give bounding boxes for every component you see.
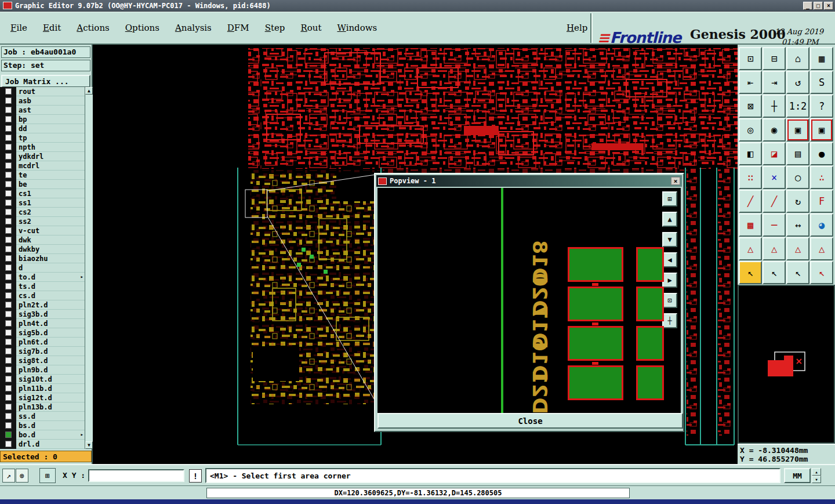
layer-row[interactable]: ss.d xyxy=(0,412,85,421)
layer-checkbox[interactable] xyxy=(5,348,12,354)
menu-actions[interactable]: Actions xyxy=(77,23,109,33)
layer-label[interactable]: sig5b.d xyxy=(16,329,48,337)
circle-feature-button[interactable]: ○ xyxy=(786,166,809,189)
scroll-up-icon[interactable]: ▲ xyxy=(85,87,93,95)
layer-label[interactable]: pln6t.d xyxy=(16,338,48,346)
layer-label[interactable]: ast xyxy=(16,106,31,114)
hatch-fill-button[interactable]: ▩ xyxy=(739,213,762,237)
layer-checkbox[interactable] xyxy=(5,422,12,429)
layer-label[interactable]: cs1 xyxy=(16,190,31,198)
layer-row[interactable]: bs.d xyxy=(0,421,85,430)
layer-label[interactable]: te xyxy=(16,171,27,179)
diagonal-plane-button[interactable]: ◪ xyxy=(763,142,786,165)
help-tool-button[interactable]: ? xyxy=(810,95,833,118)
layer-row[interactable]: pln11b.d xyxy=(0,384,85,393)
layer-label[interactable]: cs.d xyxy=(16,292,35,300)
layer-checkbox[interactable] xyxy=(5,404,12,410)
menu-edit[interactable]: Edit xyxy=(43,23,61,33)
close-button[interactable]: × xyxy=(824,2,833,10)
layer-row[interactable]: d xyxy=(0,263,85,273)
layer-row[interactable]: to.d▸ xyxy=(0,273,85,282)
layer-row[interactable]: sig8t.d xyxy=(0,356,85,365)
units-spinner[interactable]: ▲ ▼ xyxy=(812,468,821,483)
pan-right-button[interactable]: ▶ xyxy=(662,273,677,288)
layer-label[interactable]: drl.d xyxy=(16,440,39,448)
layer-label[interactable]: d xyxy=(16,264,23,272)
zoom-ratio-button[interactable]: 1:2 xyxy=(786,95,809,118)
menu-windows[interactable]: Windows xyxy=(337,23,377,33)
target-button[interactable]: ◉ xyxy=(763,118,786,142)
layer-checkbox[interactable] xyxy=(5,357,12,364)
layer-row[interactable]: drl.d xyxy=(0,440,85,449)
layer-row[interactable]: bo.d▸ xyxy=(0,430,85,440)
layer-row[interactable]: ts.d xyxy=(0,282,85,291)
popview-window[interactable]: Popview - 1 × ⊞▲▼◀▶⊡┼ D18D20D17D16D21 Cl… xyxy=(374,173,684,432)
layer-label[interactable]: ts.d xyxy=(16,282,35,291)
layer-row[interactable]: sig10t.d xyxy=(0,375,85,384)
probe-button[interactable]: ◎ xyxy=(739,118,762,142)
layer-label[interactable]: npth xyxy=(16,143,35,151)
layer-checkbox[interactable] xyxy=(5,88,12,95)
popview-canvas[interactable]: ⊞▲▼◀▶⊡┼ D18D20D17D16D21 xyxy=(377,188,681,413)
layer-row[interactable]: te xyxy=(0,171,85,180)
s-curve-button[interactable]: S xyxy=(810,71,833,94)
layer-checkbox[interactable] xyxy=(5,172,12,178)
layer-checkbox[interactable] xyxy=(5,97,12,104)
horizontal-line-button[interactable]: ─ xyxy=(763,213,786,237)
layer-row[interactable]: pln6t.d xyxy=(0,338,85,347)
layer-scrollbar[interactable]: ▲ ▼ xyxy=(85,87,93,449)
layer-checkbox[interactable] xyxy=(5,311,12,317)
pan-right-edge-button[interactable]: ⇥ xyxy=(763,71,786,94)
layer-row[interactable]: ss1 xyxy=(0,198,85,208)
layer-label[interactable]: bp xyxy=(16,115,27,124)
delete-tool-button[interactable]: × xyxy=(763,166,786,189)
pan-down-button[interactable]: ▼ xyxy=(662,232,677,247)
layer-checkbox[interactable] xyxy=(5,302,12,308)
layer-row[interactable]: ast xyxy=(0,106,85,115)
layer-checkbox[interactable] xyxy=(5,162,12,169)
popview-close-button[interactable]: Close xyxy=(377,413,683,429)
layer-checkbox[interactable] xyxy=(5,227,12,234)
layer-checkbox[interactable] xyxy=(5,441,12,447)
layer-row[interactable]: pln2t.d xyxy=(0,300,85,310)
layer-checkbox[interactable] xyxy=(5,274,12,280)
dot-feature-button[interactable]: ● xyxy=(810,142,833,165)
quick-note-button[interactable]: ↗ xyxy=(2,469,15,483)
layer-label[interactable]: sig10t.d xyxy=(16,375,52,383)
snap-grid-button[interactable]: ⊞ xyxy=(39,468,56,483)
layer-checkbox[interactable] xyxy=(5,153,12,159)
popview-titlebar[interactable]: Popview - 1 × xyxy=(376,175,682,187)
menu-rout[interactable]: Rout xyxy=(300,23,321,33)
home-view-button[interactable]: ⌂ xyxy=(786,47,809,70)
layer-label[interactable]: bs.d xyxy=(16,422,35,430)
layer-checkbox[interactable] xyxy=(5,283,12,289)
layer-checkbox[interactable] xyxy=(5,367,12,373)
layer-label[interactable]: asb xyxy=(16,97,31,105)
layer-row[interactable]: cs2 xyxy=(0,208,85,217)
layer-checkbox[interactable] xyxy=(5,255,12,262)
menu-options[interactable]: Options xyxy=(125,23,159,33)
layer-label[interactable]: ss1 xyxy=(16,199,31,207)
layer-row[interactable]: sig3b.d xyxy=(0,310,85,319)
pad-array-button[interactable]: ∷ xyxy=(739,166,762,189)
layer-label[interactable]: dwk xyxy=(16,236,31,244)
layer-checkbox[interactable] xyxy=(5,413,12,419)
zoom-box-button[interactable]: ⊡ xyxy=(662,293,677,308)
layer-checkbox[interactable] xyxy=(5,218,12,224)
clear-view-button[interactable]: ⊠ xyxy=(739,95,762,118)
layer-label[interactable]: ydkdrl xyxy=(16,153,43,161)
layer-checkbox[interactable] xyxy=(5,190,12,197)
layer-row[interactable]: npth xyxy=(0,143,85,152)
layer-label[interactable]: rout xyxy=(16,88,35,96)
pan-left-button[interactable]: ◀ xyxy=(662,252,677,267)
menu-dfm[interactable]: DFM xyxy=(227,23,249,33)
layer-checkbox[interactable] xyxy=(5,432,12,438)
xy-input[interactable] xyxy=(88,469,184,482)
crosshair-button[interactable]: ┼ xyxy=(763,95,786,118)
layer-row[interactable]: mcdrl xyxy=(0,161,85,171)
line-angled-button[interactable]: ╱ xyxy=(739,190,762,213)
triangle-1-button[interactable]: △ xyxy=(739,237,762,260)
active-layer-tool-button[interactable]: ▣ xyxy=(786,118,809,142)
pan-left-edge-button[interactable]: ⇤ xyxy=(739,71,762,94)
layer-label[interactable]: to.d xyxy=(16,273,35,281)
